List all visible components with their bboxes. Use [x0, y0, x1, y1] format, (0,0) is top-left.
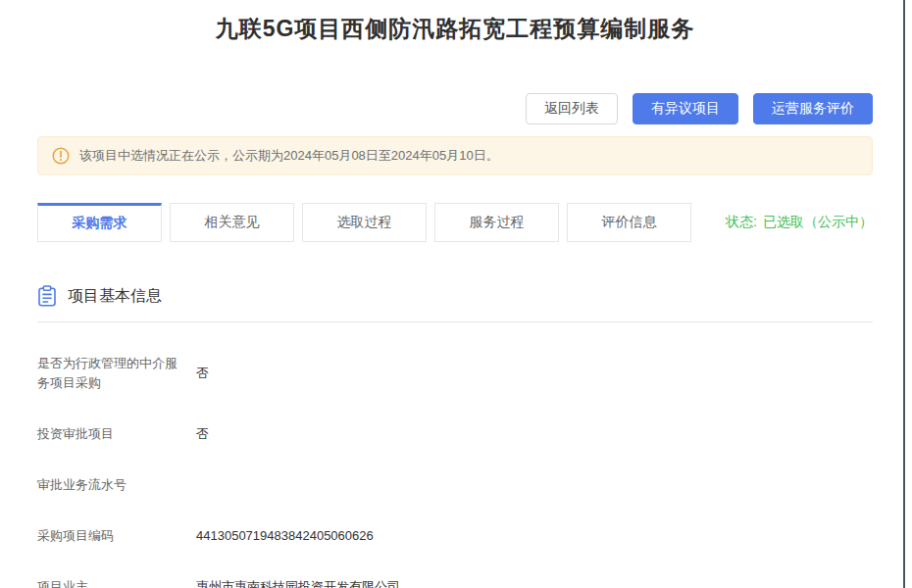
service-evaluation-button[interactable]: 运营服务评价	[753, 93, 873, 124]
tab-label: 选取过程	[337, 214, 392, 231]
field-label: 采购项目编码	[37, 526, 184, 546]
field-row-approval-serial-number: 审批业务流水号	[37, 475, 873, 495]
section-header-basic-info: 项目基本信息	[37, 285, 873, 307]
tab-bar: 采购需求 相关意见 选取过程 服务过程 评价信息 状态: 已选取（公示中）	[37, 203, 873, 242]
field-row-investment-approval: 投资审批项目 否	[37, 424, 873, 444]
page-title: 九联5G项目西侧防汛路拓宽工程预算编制服务	[37, 14, 873, 44]
tab-label: 评价信息	[602, 214, 657, 231]
tab-related-opinions[interactable]: 相关意见	[170, 203, 294, 242]
section-title: 项目基本信息	[68, 286, 162, 307]
status-label: 状态:	[726, 214, 757, 231]
field-value: 否	[196, 364, 209, 383]
project-detail-page: 九联5G项目西侧防汛路拓宽工程预算编制服务 返回列表 有异议项目 运营服务评价 …	[0, 0, 912, 588]
tab-selection-process[interactable]: 选取过程	[302, 203, 427, 242]
section-divider	[37, 321, 873, 322]
status-value: 已选取（公示中）	[763, 214, 873, 231]
warning-exclamation-icon	[52, 147, 70, 165]
action-toolbar: 返回列表 有异议项目 运营服务评价	[37, 93, 873, 124]
field-value: 否	[196, 424, 209, 444]
publicity-notice-text: 该项目中选情况正在公示，公示期为2024年05月08日至2024年05月10日。	[79, 147, 499, 165]
field-value: 惠州市惠南科技园投资开发有限公司	[196, 577, 400, 588]
field-row-project-owner: 项目业主 惠州市惠南科技园投资开发有限公司	[37, 577, 873, 588]
project-status: 状态: 已选取（公示中）	[699, 203, 873, 242]
field-label: 项目业主	[37, 577, 184, 588]
field-label: 是否为行政管理的中介服务项目采购	[37, 354, 184, 393]
field-value: 4413050719483842405060626	[196, 526, 374, 546]
field-label: 投资审批项目	[37, 424, 184, 444]
window-right-border	[903, 0, 905, 588]
back-to-list-button[interactable]: 返回列表	[526, 93, 618, 124]
tab-label: 服务过程	[470, 214, 525, 231]
tab-service-process[interactable]: 服务过程	[434, 203, 559, 242]
clipboard-document-icon	[37, 285, 57, 307]
tab-label: 相关意见	[205, 214, 260, 231]
field-label: 审批业务流水号	[37, 475, 184, 495]
tab-evaluation-info[interactable]: 评价信息	[567, 203, 691, 242]
field-row-intermediary-procurement: 是否为行政管理的中介服务项目采购 否	[37, 354, 873, 393]
objection-project-button[interactable]: 有异议项目	[633, 93, 738, 124]
publicity-notice-banner: 该项目中选情况正在公示，公示期为2024年05月08日至2024年05月10日。	[37, 136, 873, 175]
field-row-procurement-project-code: 采购项目编码 4413050719483842405060626	[37, 526, 873, 546]
tab-label: 采购需求	[73, 215, 127, 232]
tab-procurement-demand[interactable]: 采购需求	[37, 203, 162, 242]
basic-info-fields: 是否为行政管理的中介服务项目采购 否 投资审批项目 否 审批业务流水号 采购项目…	[37, 354, 873, 588]
